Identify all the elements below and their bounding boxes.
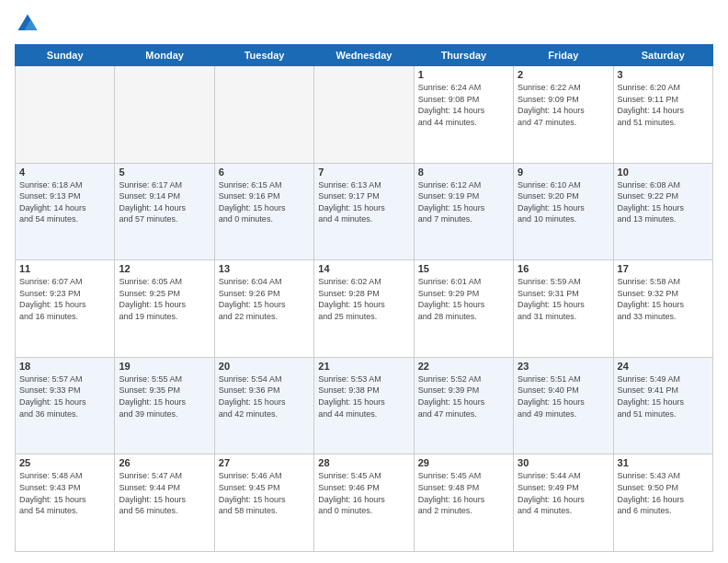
calendar-cell [314, 66, 414, 164]
calendar-cell: 20Sunrise: 5:54 AM Sunset: 9:36 PM Dayli… [214, 357, 313, 454]
day-detail: Sunrise: 5:55 AM Sunset: 9:35 PM Dayligh… [119, 373, 210, 419]
calendar-cell: 21Sunrise: 5:53 AM Sunset: 9:38 PM Dayli… [314, 357, 414, 454]
calendar-table: SundayMondayTuesdayWednesdayThursdayFrid… [15, 44, 713, 552]
calendar-cell: 28Sunrise: 5:45 AM Sunset: 9:46 PM Dayli… [314, 454, 414, 552]
day-number: 17 [618, 263, 709, 274]
day-detail: Sunrise: 6:08 AM Sunset: 9:22 PM Dayligh… [618, 179, 709, 225]
day-number: 12 [119, 263, 210, 274]
calendar-cell: 26Sunrise: 5:47 AM Sunset: 9:44 PM Dayli… [115, 454, 214, 552]
calendar-day-header: Monday [115, 45, 214, 66]
day-detail: Sunrise: 5:59 AM Sunset: 9:31 PM Dayligh… [518, 276, 609, 322]
calendar-week-row: 11Sunrise: 6:07 AM Sunset: 9:23 PM Dayli… [16, 260, 713, 358]
day-detail: Sunrise: 5:43 AM Sunset: 9:50 PM Dayligh… [618, 470, 709, 516]
day-detail: Sunrise: 5:45 AM Sunset: 9:48 PM Dayligh… [418, 470, 509, 516]
day-number: 31 [618, 457, 709, 468]
header [15, 11, 713, 37]
day-number: 10 [618, 167, 709, 178]
day-number: 13 [219, 263, 310, 274]
day-detail: Sunrise: 6:18 AM Sunset: 9:13 PM Dayligh… [19, 179, 110, 225]
calendar-day-header: Tuesday [214, 45, 313, 66]
day-detail: Sunrise: 6:01 AM Sunset: 9:29 PM Dayligh… [418, 276, 509, 322]
day-detail: Sunrise: 6:22 AM Sunset: 9:09 PM Dayligh… [518, 82, 609, 128]
day-detail: Sunrise: 6:07 AM Sunset: 9:23 PM Dayligh… [19, 276, 110, 322]
day-detail: Sunrise: 5:57 AM Sunset: 9:33 PM Dayligh… [19, 373, 110, 419]
calendar-week-row: 4Sunrise: 6:18 AM Sunset: 9:13 PM Daylig… [16, 163, 713, 260]
day-detail: Sunrise: 5:52 AM Sunset: 9:39 PM Dayligh… [418, 373, 509, 419]
calendar-cell: 15Sunrise: 6:01 AM Sunset: 9:29 PM Dayli… [414, 260, 513, 358]
day-number: 28 [318, 457, 409, 468]
day-number: 14 [318, 263, 409, 274]
day-number: 19 [119, 361, 210, 372]
calendar-week-row: 18Sunrise: 5:57 AM Sunset: 9:33 PM Dayli… [16, 357, 713, 454]
day-number: 4 [19, 167, 110, 178]
day-number: 2 [518, 69, 609, 80]
calendar-cell: 10Sunrise: 6:08 AM Sunset: 9:22 PM Dayli… [613, 163, 712, 260]
calendar-cell: 23Sunrise: 5:51 AM Sunset: 9:40 PM Dayli… [514, 357, 613, 454]
day-number: 24 [618, 361, 709, 372]
day-detail: Sunrise: 5:49 AM Sunset: 9:41 PM Dayligh… [618, 373, 709, 419]
calendar-cell [214, 66, 313, 164]
day-detail: Sunrise: 6:13 AM Sunset: 9:17 PM Dayligh… [318, 179, 409, 225]
day-detail: Sunrise: 6:04 AM Sunset: 9:26 PM Dayligh… [219, 276, 310, 322]
day-number: 16 [518, 263, 609, 274]
day-number: 3 [618, 69, 709, 80]
day-number: 25 [19, 457, 110, 468]
logo-icon [15, 11, 40, 37]
day-number: 27 [219, 457, 310, 468]
day-detail: Sunrise: 6:02 AM Sunset: 9:28 PM Dayligh… [318, 276, 409, 322]
day-number: 7 [318, 167, 409, 178]
calendar-cell: 24Sunrise: 5:49 AM Sunset: 9:41 PM Dayli… [613, 357, 712, 454]
day-number: 9 [518, 167, 609, 178]
day-number: 1 [418, 69, 509, 80]
day-detail: Sunrise: 5:44 AM Sunset: 9:49 PM Dayligh… [518, 470, 609, 516]
calendar-cell: 13Sunrise: 6:04 AM Sunset: 9:26 PM Dayli… [214, 260, 313, 358]
calendar-cell [115, 66, 214, 164]
day-detail: Sunrise: 6:12 AM Sunset: 9:19 PM Dayligh… [418, 179, 509, 225]
day-number: 15 [418, 263, 509, 274]
calendar-cell: 12Sunrise: 6:05 AM Sunset: 9:25 PM Dayli… [115, 260, 214, 358]
day-detail: Sunrise: 6:17 AM Sunset: 9:14 PM Dayligh… [119, 179, 210, 225]
day-detail: Sunrise: 6:20 AM Sunset: 9:11 PM Dayligh… [618, 82, 709, 128]
calendar-cell: 31Sunrise: 5:43 AM Sunset: 9:50 PM Dayli… [613, 454, 712, 552]
calendar-day-header: Sunday [16, 45, 115, 66]
calendar-cell: 16Sunrise: 5:59 AM Sunset: 9:31 PM Dayli… [514, 260, 613, 358]
logo [15, 11, 44, 37]
calendar-cell: 1Sunrise: 6:24 AM Sunset: 9:08 PM Daylig… [414, 66, 513, 164]
calendar-cell: 6Sunrise: 6:15 AM Sunset: 9:16 PM Daylig… [214, 163, 313, 260]
day-detail: Sunrise: 5:51 AM Sunset: 9:40 PM Dayligh… [518, 373, 609, 419]
calendar-cell: 30Sunrise: 5:44 AM Sunset: 9:49 PM Dayli… [514, 454, 613, 552]
day-detail: Sunrise: 6:05 AM Sunset: 9:25 PM Dayligh… [119, 276, 210, 322]
day-number: 23 [518, 361, 609, 372]
calendar-cell: 4Sunrise: 6:18 AM Sunset: 9:13 PM Daylig… [16, 163, 115, 260]
day-number: 8 [418, 167, 509, 178]
day-detail: Sunrise: 5:54 AM Sunset: 9:36 PM Dayligh… [219, 373, 310, 419]
calendar-cell: 2Sunrise: 6:22 AM Sunset: 9:09 PM Daylig… [514, 66, 613, 164]
day-number: 30 [518, 457, 609, 468]
day-number: 22 [418, 361, 509, 372]
day-number: 29 [418, 457, 509, 468]
day-number: 21 [318, 361, 409, 372]
calendar-day-header: Thursday [414, 45, 513, 66]
day-number: 18 [19, 361, 110, 372]
day-number: 11 [19, 263, 110, 274]
calendar-cell: 27Sunrise: 5:46 AM Sunset: 9:45 PM Dayli… [214, 454, 313, 552]
day-number: 5 [119, 167, 210, 178]
day-detail: Sunrise: 5:47 AM Sunset: 9:44 PM Dayligh… [119, 470, 210, 516]
calendar-week-row: 25Sunrise: 5:48 AM Sunset: 9:43 PM Dayli… [16, 454, 713, 552]
calendar-cell: 8Sunrise: 6:12 AM Sunset: 9:19 PM Daylig… [414, 163, 513, 260]
calendar-cell: 17Sunrise: 5:58 AM Sunset: 9:32 PM Dayli… [613, 260, 712, 358]
calendar-day-header: Saturday [613, 45, 712, 66]
day-detail: Sunrise: 6:24 AM Sunset: 9:08 PM Dayligh… [418, 82, 509, 128]
day-detail: Sunrise: 5:58 AM Sunset: 9:32 PM Dayligh… [618, 276, 709, 322]
day-number: 26 [119, 457, 210, 468]
day-detail: Sunrise: 5:53 AM Sunset: 9:38 PM Dayligh… [318, 373, 409, 419]
calendar-cell: 29Sunrise: 5:45 AM Sunset: 9:48 PM Dayli… [414, 454, 513, 552]
calendar-day-header: Friday [514, 45, 613, 66]
calendar-cell: 14Sunrise: 6:02 AM Sunset: 9:28 PM Dayli… [314, 260, 414, 358]
calendar-day-header: Wednesday [314, 45, 414, 66]
day-detail: Sunrise: 5:46 AM Sunset: 9:45 PM Dayligh… [219, 470, 310, 516]
calendar-cell: 18Sunrise: 5:57 AM Sunset: 9:33 PM Dayli… [16, 357, 115, 454]
calendar-cell: 11Sunrise: 6:07 AM Sunset: 9:23 PM Dayli… [16, 260, 115, 358]
calendar-cell: 7Sunrise: 6:13 AM Sunset: 9:17 PM Daylig… [314, 163, 414, 260]
day-detail: Sunrise: 6:15 AM Sunset: 9:16 PM Dayligh… [219, 179, 310, 225]
